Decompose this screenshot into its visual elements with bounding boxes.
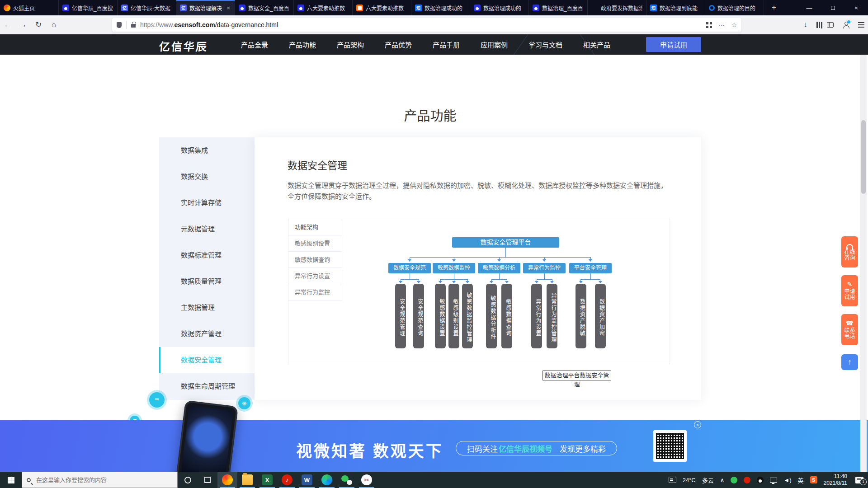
window-minimize-button[interactable]: —	[797, 0, 821, 15]
task-view-button[interactable]	[198, 472, 217, 488]
account-icon[interactable]	[843, 22, 849, 28]
taskbar-clock[interactable]: 11:402021/8/11	[824, 473, 848, 487]
chart-leaf-node: 异常行为设置	[531, 284, 542, 348]
weather-temp[interactable]: 24°C	[683, 477, 696, 483]
apply-trial-float-button[interactable]: ✎ 申请试用	[841, 275, 858, 306]
taskbar-wechat[interactable]	[337, 472, 357, 488]
apply-trial-button[interactable]: 申请试用	[646, 37, 701, 52]
bookmark-star-icon[interactable]: ☆	[731, 21, 737, 28]
chart-leaf-group: 异常行为设置异常行为监控管理	[531, 284, 557, 348]
chart-leaf-node: 敏感数据监控管理	[462, 284, 473, 348]
diagram-tab-item[interactable]: 敏感级别设置	[288, 235, 342, 252]
sidebar-item[interactable]: 数据交换	[159, 164, 255, 190]
sidebar-item[interactable]: 数据标准管理	[159, 242, 255, 268]
qr-code-icon[interactable]	[706, 22, 712, 28]
contact-phone-button[interactable]: ☎ 联系电话	[841, 314, 858, 345]
lock-icon[interactable]	[131, 24, 136, 28]
tab-favicon	[474, 5, 481, 11]
page-actions-icon[interactable]: ⋯	[718, 21, 725, 28]
site-nav-link[interactable]: 学习与文档	[528, 40, 562, 49]
diagram-tab-item[interactable]: 异常行为设置	[288, 268, 342, 284]
browser-tab[interactable]: 数据治理_百度百	[529, 0, 588, 15]
taskbar-firefox[interactable]	[217, 472, 237, 488]
diagram-tab-item[interactable]: 功能架构	[288, 219, 342, 235]
tracking-shield-icon[interactable]	[117, 22, 122, 28]
library-icon[interactable]	[816, 22, 818, 28]
sidebar-item[interactable]: 数据集成	[159, 137, 255, 164]
taskbar-music[interactable]: ♪	[277, 472, 297, 488]
site-nav-link[interactable]: 相关产品	[583, 40, 610, 49]
taskbar-edge[interactable]	[317, 472, 337, 488]
back-to-top-button[interactable]: ↑	[841, 354, 858, 370]
tab-close-icon[interactable]: ×	[226, 5, 231, 11]
diagram-tab-item[interactable]: 异常行为监控	[288, 284, 342, 300]
site-nav-link[interactable]: 应用案例	[481, 40, 508, 49]
chart-branch-node: 数据安全规范	[388, 263, 431, 273]
browser-tab[interactable]: 火狐主页	[0, 0, 59, 15]
taskbar-file-explorer[interactable]	[237, 472, 257, 488]
window-close-button[interactable]: ×	[844, 0, 868, 15]
sidebar-item[interactable]: 主数据管理	[159, 295, 255, 321]
tray-display-icon[interactable]	[770, 478, 777, 483]
diagram-tab-item[interactable]: 敏感数据查询	[288, 252, 342, 268]
sidebar-item[interactable]: 元数据管理	[159, 216, 255, 242]
url-protocol: https://www.	[140, 21, 174, 28]
cortana-button[interactable]	[178, 472, 198, 488]
downloads-icon[interactable]: ↓	[804, 20, 808, 29]
site-logo[interactable]: 亿信华辰	[159, 38, 208, 54]
qr-pattern	[656, 433, 684, 459]
start-button[interactable]	[0, 472, 22, 488]
taskbar-word[interactable]: W	[297, 472, 317, 488]
browser-tab[interactable]: 六大要素助推数	[353, 0, 411, 15]
forward-icon[interactable]: →	[15, 20, 31, 29]
browser-tab[interactable]: 政府要发挥数据治理	[588, 0, 646, 15]
notification-center-button[interactable]: 1	[854, 477, 863, 483]
sidebar-item[interactable]: 数据质量管理	[159, 268, 255, 295]
browser-tab[interactable]: 亿 亿信华辰-大数据	[118, 0, 176, 15]
home-icon[interactable]: ⌂	[46, 20, 61, 29]
site-nav-link[interactable]: 产品架构	[337, 40, 364, 49]
tray-speaker-icon[interactable]: ◄)	[783, 477, 791, 483]
site-nav-link[interactable]: 产品手册	[433, 40, 460, 49]
site-nav-items: 产品全景产品功能产品架构产品优势产品手册应用案例学习与文档相关产品	[241, 34, 610, 55]
site-nav-link[interactable]: 产品功能	[289, 40, 316, 49]
browser-tab[interactable]: 数据安全_百度百	[235, 0, 294, 15]
banner-close-icon[interactable]: ×	[694, 421, 701, 428]
browser-tab[interactable]: 知 数据治理成功的	[411, 0, 470, 15]
taskbar-excel[interactable]: X	[257, 472, 277, 488]
new-tab-button[interactable]: +	[765, 0, 783, 15]
sidebar-item[interactable]: 数据安全管理	[159, 347, 255, 373]
window-maximize-button[interactable]	[821, 0, 844, 15]
url-address-field[interactable]: https://www.esensoft.com/data-governance…	[112, 18, 741, 32]
weather-text[interactable]: 多云	[702, 476, 714, 484]
site-nav-link[interactable]: 产品优势	[385, 40, 412, 49]
sidebar-toggle-icon[interactable]	[827, 22, 834, 28]
browser-tab[interactable]: 亿信华辰_百度搜	[59, 0, 118, 15]
page-scrollbar-thumb[interactable]	[861, 120, 866, 194]
taskbar-search[interactable]	[22, 472, 178, 488]
online-consult-button[interactable]: 在线咨询	[841, 236, 858, 267]
menu-hamburger-icon[interactable]	[858, 24, 864, 25]
browser-tab[interactable]: 知 数据治理到底能	[646, 0, 705, 15]
browser-tab[interactable]: 数据治理的目的	[705, 0, 764, 15]
browser-tab[interactable]: 六大要素助推数	[294, 0, 353, 15]
search-input[interactable]	[35, 476, 162, 484]
tray-qq-icon[interactable]	[757, 477, 764, 483]
sidebar-item[interactable]: 实时计算存储	[159, 190, 255, 216]
tray-music-icon[interactable]	[744, 477, 750, 483]
browser-tab[interactable]: 数据治理成功的	[470, 0, 529, 15]
sogou-input-icon[interactable]: S	[810, 476, 817, 483]
taskbar-snipping-tool[interactable]: ✂	[357, 472, 377, 488]
tray-wechat-icon[interactable]	[731, 477, 737, 483]
page-scrollbar-track[interactable]	[860, 55, 867, 472]
news-feed-icon[interactable]	[669, 477, 676, 483]
reload-icon[interactable]: ↻	[31, 20, 46, 29]
site-nav-link[interactable]: 产品全景	[241, 40, 268, 49]
sidebar-item[interactable]: 数据生命周期管理	[159, 373, 255, 399]
browser-tab[interactable]: 亿 数据治理解决 ×	[176, 0, 235, 15]
input-language-indicator[interactable]: 英	[797, 476, 803, 484]
back-icon[interactable]: ←	[0, 20, 15, 29]
toolbar-icons: ↓	[804, 15, 865, 34]
sidebar-item[interactable]: 数据资产管理	[159, 321, 255, 347]
tray-expand-caret[interactable]: ∧	[720, 477, 725, 483]
